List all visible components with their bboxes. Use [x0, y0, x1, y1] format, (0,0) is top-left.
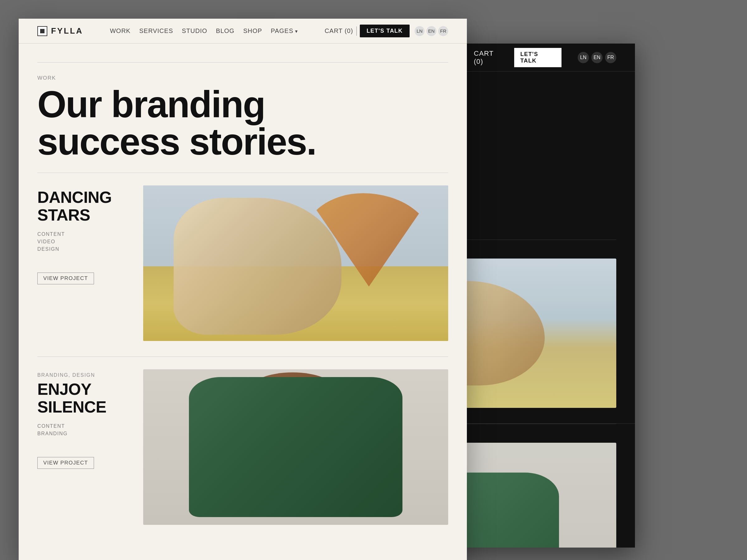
dark-cart-button[interactable]: CART (0)	[474, 50, 504, 65]
light-lang-en[interactable]: EN	[427, 26, 436, 36]
project-image-1	[143, 185, 448, 341]
light-lang-fr[interactable]: FR	[438, 26, 448, 36]
project-name-1: DANCING STARS	[37, 189, 125, 224]
light-nav-pages[interactable]: PAGES	[271, 27, 298, 34]
light-nav: FYLLA WORK SERVICES STUDIO BLOG SHOP PAG…	[19, 19, 467, 44]
light-lets-talk-button[interactable]: LET'S TALK	[360, 25, 410, 37]
person-layer	[174, 198, 341, 335]
project-tag-1-design: DESIGN	[37, 246, 125, 252]
dark-lang-en[interactable]: EN	[591, 52, 602, 63]
dark-lets-talk-button[interactable]: LET'S TALK	[514, 48, 562, 67]
page-title: Our branding success stories.	[37, 85, 448, 160]
project-name2-line2: SILENCE	[37, 398, 125, 416]
logo-icon	[37, 26, 47, 36]
project-row-1: DANCING STARS CONTENT VIDEO DESIGN VIEW …	[37, 185, 448, 341]
dark-lang-buttons: LN EN FR	[578, 52, 616, 63]
nav-separator	[356, 26, 357, 36]
project-image-2	[143, 369, 448, 525]
project-tag-1-video: VIDEO	[37, 239, 125, 244]
light-cart-button[interactable]: CART (0)	[325, 27, 353, 34]
project-section-2: BRANDING, DESIGN ENJOY SILENCE CONTENT B…	[37, 357, 448, 525]
project-row-2: BRANDING, DESIGN ENJOY SILENCE CONTENT B…	[37, 369, 448, 525]
light-nav-work[interactable]: WORK	[110, 27, 130, 34]
view-project-2-button[interactable]: VIEW PROJECT	[37, 457, 94, 469]
page-title-line2: success stories.	[37, 123, 448, 160]
project-name-line1: DANCING	[37, 189, 125, 206]
top-content-divider	[37, 62, 448, 62]
light-nav-services[interactable]: SERVICES	[139, 27, 173, 34]
logo-icon-inner	[40, 29, 45, 33]
project-name2-line1: ENJOY	[37, 380, 125, 398]
field-woman-image	[143, 185, 448, 341]
project-tag-1-content: CONTENT	[37, 232, 125, 237]
project-name-line2: STARS	[37, 206, 125, 224]
light-card: FYLLA WORK SERVICES STUDIO BLOG SHOP PAG…	[19, 19, 467, 560]
light-content: WORK Our branding success stories. DANCI…	[19, 44, 467, 525]
logo[interactable]: FYLLA	[37, 26, 83, 36]
project-section-1: DANCING STARS CONTENT VIDEO DESIGN VIEW …	[37, 185, 448, 357]
dark-lang-ln[interactable]: LN	[578, 52, 589, 63]
project-tag-2-branding: BRANDING	[37, 431, 125, 436]
logo-text: FYLLA	[51, 26, 83, 36]
light-nav-blog[interactable]: BLOG	[216, 27, 235, 34]
breadcrumb: WORK	[37, 75, 448, 81]
page-title-line1: Our branding	[37, 85, 448, 123]
project-meta-1: DANCING STARS CONTENT VIDEO DESIGN VIEW …	[37, 185, 125, 284]
dark-lang-fr[interactable]: FR	[605, 52, 616, 63]
light-nav-links: WORK SERVICES STUDIO BLOG SHOP PAGES	[110, 27, 298, 34]
project-tag-2-content: CONTENT	[37, 423, 125, 429]
seated-man-image	[143, 369, 448, 525]
project-meta-2: BRANDING, DESIGN ENJOY SILENCE CONTENT B…	[37, 369, 125, 469]
light-nav-studio[interactable]: STUDIO	[182, 27, 207, 34]
light-lang-buttons: LN EN FR	[415, 26, 448, 36]
light-nav-shop[interactable]: SHOP	[243, 27, 262, 34]
view-project-1-button[interactable]: VIEW PROJECT	[37, 272, 94, 284]
project-category-2: BRANDING, DESIGN	[37, 372, 125, 378]
light-lang-ln[interactable]: LN	[415, 26, 424, 36]
person-body-layer	[189, 377, 403, 517]
project-name-2: ENJOY SILENCE	[37, 380, 125, 416]
